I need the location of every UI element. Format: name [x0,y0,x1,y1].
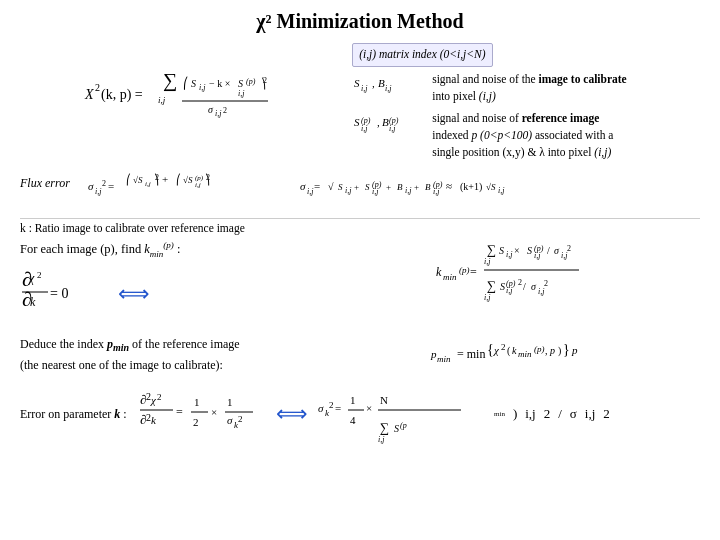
svg-text:(p): (p) [459,265,470,275]
svg-text:k: k [151,414,157,426]
svg-text:S: S [238,78,243,89]
for-each-section: For each image (p), find kmin(p) : ∂ χ 2… [20,240,700,327]
svg-text:2: 2 [157,392,162,402]
svg-text:2: 2 [95,82,100,93]
chi2-symbol: χ² [256,10,271,32]
svg-text:σ: σ [554,245,560,256]
svg-text:i,j: i,j [405,186,412,195]
svg-text:S: S [354,77,360,89]
kmin-formula-svg: k min (p) = ∑ i,j S i,j × S (p) i,j / σ … [434,240,634,310]
title-rest: Minimization Method [277,10,464,32]
flux-formula-left-svg: σ i,j 2 = ⎛ √S i,j ⎞ 2 + ⎛ √S (p) i,j ⎞ … [86,172,286,210]
svg-text:2: 2 [567,244,571,253]
svg-text:p: p [549,345,555,356]
svg-text:χ: χ [150,394,157,406]
svg-text:i,j: i,j [538,287,545,296]
svg-text:i,j: i,j [506,286,513,295]
svg-text:i,j: i,j [484,257,491,266]
partial-deriv-formula: ∂ χ 2 ∂ k = 0 [20,262,110,326]
svg-text:i,j: i,j [372,187,379,196]
double-arrow-1: ⟺ [118,281,150,307]
deduce-label2: of the reference image [132,337,240,351]
svg-text:(k+1): (k+1) [460,181,482,193]
svg-text:(p): (p) [534,344,545,354]
svg-text:i,j: i,j [433,187,440,196]
svg-text:√S: √S [133,175,143,185]
svg-text:∑: ∑ [487,242,496,257]
svg-text:2: 2 [238,414,243,424]
svg-text:2: 2 [223,106,227,115]
error-label: Error on parameter k : [20,407,130,422]
svg-text:B: B [382,116,389,128]
svg-text:S: S [527,245,532,256]
svg-text:1: 1 [350,394,356,406]
pmin-formula-svg: p min = min { χ 2 ( k min (p) , p ) } p [429,330,639,380]
signal-symbols-1: S i,j , B i,j [352,71,422,106]
error-k-symbol: k [114,407,120,421]
matrix-note: (i,j) matrix index (0<i,j<N) [352,43,492,67]
svg-text:i,j: i,j [95,187,102,196]
signal-symbols-2: S (p) i,j , B (p) i,j [352,110,422,145]
svg-text:p: p [571,344,578,356]
svg-text:= min: = min [457,347,485,361]
svg-text:N: N [380,394,388,406]
svg-text:i,j: i,j [199,83,206,92]
deduce-label1: Deduce the index [20,337,104,351]
for-each-colon: : [177,242,180,256]
svg-text:1: 1 [227,396,233,408]
deduce-right-formula: p min = min { χ 2 ( k min (p) , p ) } p [368,330,700,380]
svg-text:√S: √S [183,175,193,185]
svg-text:σ: σ [531,281,537,292]
svg-text:+: + [414,182,419,192]
svg-text:∑: ∑ [380,420,389,435]
svg-text:X: X [84,87,94,102]
svg-text:=: = [176,405,183,419]
page-title: χ² Minimization Method [256,10,463,32]
svg-text:i,j: i,j [498,186,505,195]
svg-text:2: 2 [206,173,210,182]
svg-text:S: S [394,423,399,434]
svg-text:σ: σ [300,180,306,192]
svg-text:B: B [397,182,403,192]
svg-text:S: S [191,78,196,89]
svg-text:2: 2 [263,76,267,85]
partial-deriv-svg: ∂ χ 2 ∂ k = 0 [20,262,110,322]
svg-text:,: , [377,116,380,128]
svg-text:=: = [470,265,477,279]
svg-text:i,j: i,j [361,84,368,93]
svg-text:=: = [108,180,114,192]
svg-text:i,j: i,j [506,250,513,259]
svg-text:(k, p) =: (k, p) = [101,87,143,103]
svg-text:i,j: i,j [385,84,392,93]
svg-text:2: 2 [102,179,106,188]
svg-text:i,j: i,j [145,180,151,188]
svg-text:2: 2 [329,400,334,410]
double-arrow-2: ⟺ [276,401,308,427]
svg-text:2: 2 [37,270,42,280]
svg-text:2: 2 [501,342,506,352]
flux-error-section: Flux error σ i,j 2 = ⎛ √S i,j ⎞ 2 + ⎛ √S… [20,172,700,214]
svg-text:k: k [30,295,36,309]
svg-text:k: k [512,345,517,356]
svg-text:2: 2 [155,173,159,182]
svg-text:σ: σ [227,414,233,426]
svg-text:S: S [500,281,505,292]
signal-desc-2: signal and noise of reference image inde… [432,110,700,162]
chi2-formula-svg: X 2 (k, p) = ∑ i,j ⎛ S i,j − k × S (p) i… [83,69,273,139]
svg-text:i,j: i,j [345,186,352,195]
svg-text:min: min [437,354,451,364]
error-section: Error on parameter k : ∂ 2 χ 2 ∂ 2 k = 1… [20,384,700,444]
svg-text:B: B [378,77,385,89]
chi2-formula-area: X 2 (k, p) = ∑ i,j ⎛ S i,j − k × S (p) i… [20,43,336,166]
svg-text:/: / [547,245,550,256]
svg-text:/: / [523,281,526,292]
for-each-label: For each image (p), find [20,242,141,256]
svg-text:(p): (p) [246,77,256,86]
svg-text:S: S [365,182,370,192]
error-formula-area: ∂ 2 χ 2 ∂ 2 k = 1 2 × 1 σ k 2 [138,384,700,444]
svg-text:σ: σ [318,402,324,414]
flux-formula-right: σ i,j = √ S i,j + S (p) i,j + B i,j + B … [298,172,518,214]
signal-desc-1: signal and noise of the image to calibra… [432,71,700,106]
signal-svg-1: S i,j , B i,j [352,71,422,101]
svg-text:i,j: i,j [238,89,245,98]
